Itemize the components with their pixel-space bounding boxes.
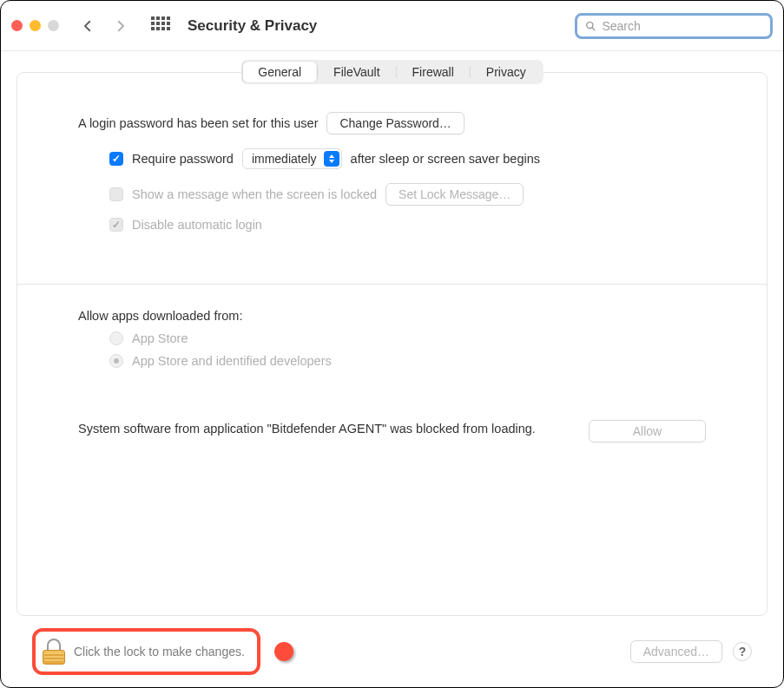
- login-password-text: A login password has been set for this u…: [78, 116, 318, 130]
- require-password-checkbox[interactable]: [109, 152, 123, 166]
- tab-general[interactable]: General: [242, 62, 317, 82]
- tab-privacy[interactable]: Privacy: [471, 62, 542, 82]
- blocked-software-row: System software from application "Bitdef…: [78, 420, 706, 442]
- radio-app-store-identified-label: App Store and identified developers: [132, 354, 332, 368]
- require-password-label: Require password: [132, 152, 234, 166]
- allow-button: Allow: [589, 420, 706, 442]
- change-password-button[interactable]: Change Password…: [326, 112, 464, 134]
- help-button[interactable]: ?: [733, 642, 752, 661]
- back-button[interactable]: [75, 13, 101, 39]
- radio-app-store-label: App Store: [132, 331, 188, 345]
- close-window-button[interactable]: [11, 20, 23, 31]
- forward-button[interactable]: [108, 13, 134, 39]
- blocked-software-text: System software from application "Bitdef…: [78, 420, 563, 438]
- chevron-updown-icon: [324, 151, 339, 167]
- advanced-button: Advanced…: [630, 640, 722, 663]
- maximize-window-button[interactable]: [48, 20, 59, 31]
- all-preferences-button[interactable]: [151, 16, 170, 36]
- tab-filevault[interactable]: FileVault: [318, 62, 395, 82]
- lock-text: Click the lock to make changes.: [74, 645, 245, 659]
- lock-icon[interactable]: [43, 639, 65, 665]
- require-password-delay-select[interactable]: immediately: [242, 148, 342, 169]
- annotation-dot: [274, 642, 293, 661]
- chevron-left-icon: [80, 18, 96, 34]
- downloads-section: Allow apps downloaded from: App Store Ap…: [78, 309, 706, 368]
- tab-bar: General FileVault Firewall Privacy: [240, 60, 543, 84]
- search-field-wrapper[interactable]: [575, 13, 773, 39]
- show-message-checkbox: [109, 187, 123, 201]
- disable-auto-login-label: Disable automatic login: [132, 218, 262, 232]
- require-password-suffix: after sleep or screen saver begins: [351, 152, 540, 166]
- system-preferences-window: Security & Privacy General FileVault Fir…: [0, 0, 784, 688]
- set-lock-message-button: Set Lock Message…: [385, 183, 524, 206]
- radio-app-store-identified: [109, 354, 123, 368]
- search-input[interactable]: [602, 19, 763, 33]
- login-section: A login password has been set for this u…: [78, 112, 706, 232]
- traffic-lights: [11, 20, 59, 31]
- disable-auto-login-checkbox: [109, 218, 123, 232]
- lock-callout: Click the lock to make changes.: [32, 628, 260, 675]
- radio-app-store: [109, 331, 123, 345]
- minimize-window-button[interactable]: [30, 20, 41, 31]
- svg-line-1: [592, 27, 595, 29]
- pane-title: Security & Privacy: [188, 17, 317, 35]
- footer: Click the lock to make changes. Advanced…: [16, 616, 768, 687]
- chevron-right-icon: [113, 18, 128, 34]
- require-password-delay-value: immediately: [252, 152, 317, 166]
- general-panel: General FileVault Firewall Privacy A log…: [16, 72, 768, 616]
- content-area: General FileVault Firewall Privacy A log…: [1, 51, 783, 687]
- toolbar: Security & Privacy: [1, 1, 783, 51]
- downloads-heading: Allow apps downloaded from:: [78, 309, 706, 323]
- section-divider: [17, 284, 767, 285]
- search-icon: [584, 19, 596, 33]
- show-message-label: Show a message when the screen is locked: [132, 187, 377, 201]
- tab-firewall[interactable]: Firewall: [397, 62, 470, 82]
